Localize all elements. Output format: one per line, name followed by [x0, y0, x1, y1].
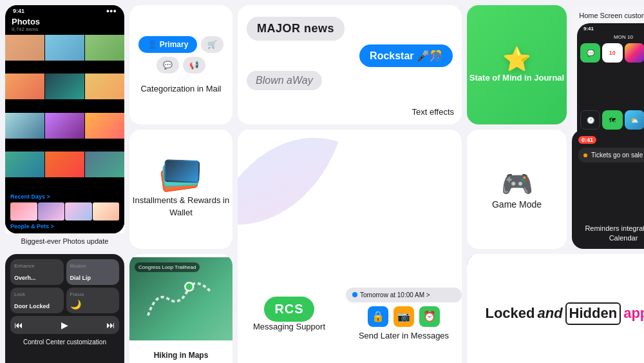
photo-1 [5, 35, 44, 61]
cc-illusion-label: Illusion [70, 263, 116, 269]
play-icon[interactable]: ▶ [61, 320, 68, 330]
gamemode-label: Game Mode [492, 199, 542, 210]
gamemode-card: 🎮 Game Mode [467, 130, 567, 249]
reminder-item: Tickets go on sale [578, 148, 644, 162]
people-pets-label[interactable]: People & Pets > [10, 222, 119, 231]
recent-photo-3 [65, 202, 92, 221]
app-photos[interactable] [625, 43, 645, 63]
photo-6 [85, 74, 124, 99]
messages-bubbles: MAJOR news Rockstar 🎤🎊 Blown aWay [247, 17, 453, 103]
photos-title: Photos [12, 17, 118, 26]
send-later-bubble-text: Tomorrow at 10:00 AM > [360, 291, 430, 299]
cc-widget-lock[interactable]: Lock Door Locked [10, 288, 64, 313]
send-later-label: Send Later in Messages [359, 331, 449, 340]
recent-photo-2 [38, 202, 65, 221]
wallet-card: Installments & Rewards in Wallet [129, 130, 232, 249]
reminder-dot [583, 153, 587, 157]
locked-word: Locked [485, 304, 535, 324]
lockscreen-icons-row: 🔒 📷 ⏰ [368, 306, 440, 327]
recent-photo-1 [10, 202, 37, 221]
cc-enhance-label: Enhance [14, 263, 60, 269]
star-icon: ⭐ [502, 46, 531, 73]
state-of-mind-card: ⭐ State of Mind in Journal [467, 5, 567, 124]
app-messages[interactable]: 💬 [580, 43, 600, 63]
hiking-card: Congress Loop Trailhead Hiking in Maps [129, 254, 232, 363]
cc-enhance-value: Overh... [14, 275, 60, 281]
cc-widget-illusion[interactable]: Illusion Dial Lip [66, 259, 120, 285]
photo-7 [5, 113, 44, 139]
rewind-icon[interactable]: ⏮ [14, 320, 23, 330]
status-icons: ●●● [106, 8, 117, 14]
hs-time: 9:41 [583, 26, 594, 32]
photos-bottom: Recent Days > People & Pets > [5, 190, 124, 233]
photo-5 [45, 74, 84, 99]
recent-days-label[interactable]: Recent Days > [10, 192, 119, 201]
svg-point-0 [185, 282, 193, 291]
reminders-label: Reminders integration in Calendar [578, 224, 644, 242]
rcs-label: Messaging Support [253, 322, 325, 331]
ios-logo-text: iOS [313, 225, 386, 278]
photo-4 [5, 74, 44, 99]
messages-card: MAJOR news Rockstar 🎤🎊 Blown aWay Text e… [238, 5, 462, 124]
cc-lock-value: Door Locked [14, 303, 60, 309]
photos-card-label: Biggest-ever Photos update [5, 233, 124, 249]
status-time: 9:41 [13, 8, 24, 14]
mail-label: Categorization in Mail [140, 84, 221, 93]
control-center-grid: Enhance Overh... Illusion Dial Lip Lock … [10, 259, 119, 334]
reminders-card: 0:41 Tickets go on sale Reminders integr… [572, 130, 644, 249]
hiking-path-svg [140, 274, 222, 324]
homescreen-label: Home Screen customization [579, 12, 644, 19]
photo-11 [45, 152, 84, 177]
photos-header: Photos 8,742 items [5, 15, 124, 35]
primary-button[interactable]: 👤 Primary [138, 36, 198, 53]
photo-9 [85, 113, 124, 139]
cc-widget-enhance[interactable]: Enhance Overh... [10, 259, 64, 285]
locked-apps-word: apps [623, 304, 644, 324]
mail-buttons: 👤 Primary 🛒 💬 📢 [129, 36, 232, 74]
app-calendar[interactable]: 10 [602, 43, 622, 63]
recent-photo-4 [93, 202, 120, 221]
major-news-bubble: MAJOR news [247, 17, 345, 41]
reminder-text: Tickets go on sale [591, 152, 643, 159]
reminder-badge: 0:41 [578, 136, 596, 144]
locked-hidden-word: Hidden [565, 302, 621, 325]
recent-photos-row [10, 202, 119, 221]
photo-10 [5, 152, 44, 177]
app-weather[interactable]: ⛅ [625, 110, 645, 130]
locked-text: Locked and Hidden apps [485, 302, 644, 325]
cc-widget-media[interactable]: ⏮ ▶ ⏭ [10, 316, 119, 334]
control-center-label: Control Center customization [10, 336, 119, 346]
locked-and: and [537, 304, 562, 324]
cart-button[interactable]: 🛒 [201, 36, 223, 53]
photo-2 [45, 35, 84, 61]
cc-widget-focus[interactable]: Focus 🌙 [66, 288, 120, 313]
rcs-badge: RCS [264, 297, 314, 322]
app-maps[interactable]: 🗺 [602, 110, 622, 130]
forward-icon[interactable]: ⏭ [106, 320, 115, 330]
wallet-label: Installments & Rewards in Wallet [129, 195, 232, 218]
mail-card: 👤 Primary 🛒 💬 📢 Categorization in Mail [129, 5, 232, 124]
app-clock[interactable]: 🕐 [580, 110, 600, 130]
photo-3 [85, 35, 124, 61]
control-center-card: Enhance Overh... Illusion Dial Lip Lock … [5, 254, 124, 363]
chat-button[interactable]: 💬 [156, 57, 179, 74]
hs-date: MON 10 [577, 33, 644, 41]
state-label: State of Mind in Journal [469, 73, 564, 84]
wallet-icon [162, 160, 200, 192]
photos-grid [5, 35, 124, 190]
hiking-label: Hiking in Maps [129, 340, 232, 363]
photo-8 [45, 113, 84, 139]
text-effects-label: Text effects [412, 107, 454, 117]
cc-lock-label: Lock [14, 291, 60, 297]
lock-screen-icon-2: 📷 [393, 306, 414, 327]
person-icon: 👤 [147, 40, 157, 49]
send-later-bubble: Tomorrow at 10:00 AM > [346, 288, 462, 302]
photos-count: 8,742 items [12, 26, 118, 32]
cc-focus-label: Focus [70, 291, 116, 297]
speaker-button[interactable]: 📢 [183, 57, 205, 74]
hs-status-bar: 9:41 ▲▲▲ [577, 23, 644, 33]
photo-12 [85, 152, 124, 177]
photos-card: 9:41 ●●● Photos 8,742 items [5, 5, 124, 249]
send-later-dot [352, 292, 357, 297]
trail-label: Congress Loop Trailhead [135, 262, 200, 272]
